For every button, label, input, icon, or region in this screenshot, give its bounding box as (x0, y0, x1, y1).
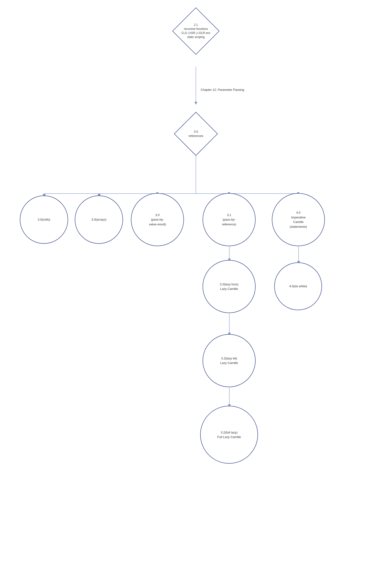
circle-lazy-funs: 3.2(lazy funs)Lazy Camille (203, 260, 256, 313)
diagram: 2.1 recursive functions CLS | ASR | LOLR… (0, 0, 392, 564)
circle-cells: 3.0(cells) (20, 196, 68, 244)
circle-pbvr-label: 3.0(pass-by-value-result) (147, 211, 168, 229)
circle-imp-label: 4.0ImperativeCamille(statements) (288, 208, 309, 231)
circle-cells-label: 3.0(cells) (36, 215, 52, 224)
circle-lazy-let-label: 3.2(lazy let)Lazy Camille (218, 354, 240, 367)
diamond-node-2: 3.0 references (180, 118, 211, 149)
circle-pbref: 3.1(pass-by-reference) (203, 193, 256, 246)
circle-imp: 4.0ImperativeCamille(statements) (272, 193, 325, 246)
circle-lazy-let: 3.2(lazy let)Lazy Camille (203, 334, 256, 387)
circle-arrays: 3.0(arrays) (75, 196, 123, 244)
connector-lines (0, 0, 392, 564)
edge-label-chapter: Chapter 12: Parameter Passing (201, 88, 244, 92)
circle-full-lazy: 3.2(full lazy)Full Lazy Camille (200, 406, 258, 464)
circle-arrays-label: 3.0(arrays) (90, 215, 109, 224)
diamond-label-2: 3.0 references (188, 129, 203, 138)
circle-do-while: 4.0(do while) (274, 262, 322, 310)
circle-do-while-label: 4.0(do while) (287, 282, 309, 291)
circle-pbref-label: 3.1(pass-by-reference) (220, 211, 238, 229)
diamond-label-1: 2.1 recursive functions CLS | ASR | LOLR… (182, 23, 210, 39)
circle-lazy-funs-label: 3.2(lazy funs)Lazy Camille (218, 280, 240, 293)
circle-full-lazy-label: 3.2(full lazy)Full Lazy Camille (215, 428, 243, 441)
circle-pbvr: 3.0(pass-by-value-result) (131, 193, 184, 246)
diamond-node-1: 2.1 recursive functions CLS | ASR | LOLR… (178, 13, 214, 49)
